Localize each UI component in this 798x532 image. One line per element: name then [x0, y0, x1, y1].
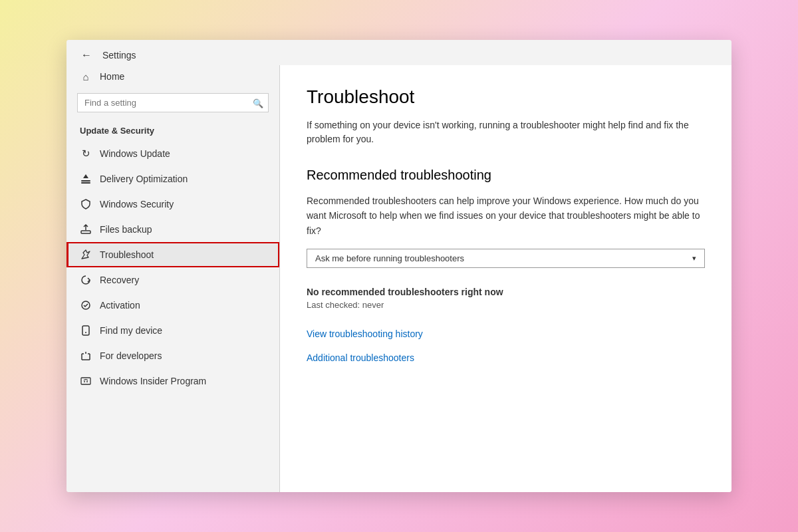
sidebar-item-label: Recovery — [100, 275, 139, 285]
back-button[interactable]: ← — [77, 48, 96, 63]
sidebar-item-windows-security[interactable]: Windows Security — [66, 192, 279, 217]
sidebar-item-files-backup[interactable]: Files backup — [66, 217, 279, 242]
svg-rect-2 — [81, 231, 90, 233]
sidebar-item-label: Windows Security — [100, 199, 174, 209]
window-title: Settings — [102, 50, 136, 61]
sidebar-item-label: Delivery Optimization — [100, 174, 188, 184]
search-box: 🔍 — [77, 93, 269, 112]
activation-icon — [80, 299, 92, 311]
content-panel: Troubleshoot If something on your device… — [280, 65, 732, 492]
svg-rect-1 — [81, 182, 90, 184]
windows-security-icon — [80, 198, 92, 210]
delivery-optimization-icon — [80, 173, 92, 185]
last-checked-text: Last checked: never — [307, 300, 705, 310]
troubleshoot-icon — [80, 249, 92, 261]
sidebar-item-windows-insider[interactable]: Windows Insider Program — [66, 368, 279, 394]
home-label: Home — [100, 71, 124, 82]
sidebar-item-label: Activation — [100, 300, 140, 311]
recommended-section-title: Recommended troubleshooting — [307, 168, 705, 183]
main-content: ⌂ Home 🔍 Update & Security ↻ Windows Upd… — [66, 65, 732, 492]
troubleshooter-dropdown[interactable]: Ask me before running troubleshooters ▾ — [307, 249, 705, 268]
section-header: Update & Security — [66, 123, 279, 141]
sidebar-item-delivery-optimization[interactable]: Delivery Optimization — [66, 166, 279, 192]
svg-point-13 — [84, 381, 85, 382]
sidebar-item-label: Files backup — [100, 224, 152, 235]
sidebar-item-troubleshoot[interactable]: Troubleshoot — [66, 242, 279, 267]
svg-rect-0 — [81, 180, 90, 182]
page-title: Troubleshoot — [307, 86, 705, 108]
sidebar-item-home[interactable]: ⌂ Home — [66, 65, 279, 88]
find-device-icon — [80, 325, 92, 336]
windows-insider-icon — [80, 375, 92, 387]
sidebar-item-label: Troubleshoot — [100, 249, 154, 260]
search-input[interactable] — [77, 93, 269, 112]
sidebar-item-recovery[interactable]: Recovery — [66, 267, 279, 293]
page-description: If something on your device isn't workin… — [307, 118, 705, 146]
svg-rect-12 — [81, 378, 90, 384]
svg-point-14 — [86, 381, 88, 382]
sidebar-item-find-my-device[interactable]: Find my device — [66, 318, 279, 343]
sidebar-item-label: Windows Update — [100, 148, 170, 159]
chevron-down-icon: ▾ — [692, 254, 696, 263]
sidebar-item-label: For developers — [100, 350, 162, 361]
dropdown-value: Ask me before running troubleshooters — [315, 253, 464, 263]
sidebar-item-label: Find my device — [100, 325, 162, 336]
sidebar: ⌂ Home 🔍 Update & Security ↻ Windows Upd… — [66, 65, 279, 492]
no-troubleshooters-text: No recommended troubleshooters right now — [307, 287, 705, 297]
sidebar-item-label: Windows Insider Program — [100, 376, 206, 386]
search-icon-button[interactable]: 🔍 — [253, 98, 263, 108]
for-developers-icon — [80, 350, 92, 362]
files-backup-icon — [80, 223, 92, 235]
title-bar: ← Settings — [66, 40, 732, 65]
settings-window: ← Settings ⌂ Home 🔍 Update & Security ↻ … — [66, 40, 732, 492]
recommended-description: Recommended troubleshooters can help imp… — [307, 194, 705, 238]
home-icon: ⌂ — [80, 70, 92, 82]
additional-troubleshooters-link[interactable]: Additional troubleshooters — [307, 352, 705, 363]
recovery-icon — [80, 274, 92, 286]
sidebar-item-activation[interactable]: Activation — [66, 293, 279, 318]
windows-update-icon: ↻ — [80, 148, 92, 160]
svg-point-5 — [85, 332, 86, 333]
sidebar-item-for-developers[interactable]: For developers — [66, 343, 279, 368]
view-history-link[interactable]: View troubleshooting history — [307, 329, 705, 339]
sidebar-item-windows-update[interactable]: ↻ Windows Update — [66, 141, 279, 166]
svg-rect-4 — [82, 326, 89, 335]
